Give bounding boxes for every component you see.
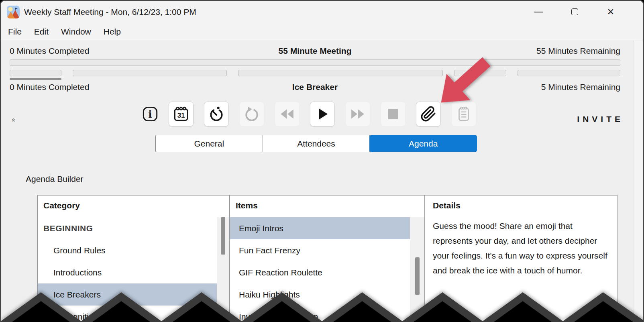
timer-button[interactable]	[204, 102, 229, 126]
agenda-segment[interactable]	[73, 70, 227, 76]
minimize-button[interactable]	[527, 1, 550, 22]
play-button[interactable]	[310, 102, 335, 126]
details-column-header: Details	[433, 201, 461, 210]
calendar-icon: 31	[173, 106, 190, 122]
window-title: Weekly Staff Meeting - Mon, 6/12/23, 1:0…	[24, 1, 196, 23]
segment-remaining-label: 5 Minutes Remaining	[541, 82, 620, 92]
category-row[interactable]: Ground Rules	[38, 239, 217, 261]
content-scroll-gutter	[634, 41, 643, 322]
agenda-segment[interactable]	[238, 70, 443, 76]
overall-progress-bar	[10, 59, 620, 66]
agenda-builder-title: Agenda Builder	[26, 174, 84, 184]
rewind-icon	[279, 107, 295, 121]
tab-agenda[interactable]: Agenda	[369, 135, 477, 152]
play-icon	[315, 107, 330, 121]
info-button[interactable]: i	[142, 102, 158, 126]
invite-button[interactable]: INVITE	[577, 114, 624, 124]
stop-icon	[386, 107, 400, 121]
meeting-length-label: 55 Minute Meeting	[10, 46, 620, 56]
title-bar: Weekly Staff Meeting - Mon, 6/12/23, 1:0…	[1, 1, 643, 23]
agenda-segment-wrap	[10, 70, 61, 76]
item-row[interactable]: GIF Reaction Roulette	[230, 261, 410, 283]
menu-item-file[interactable]: File	[8, 27, 22, 37]
category-scrollbar-thumb[interactable]	[221, 217, 225, 255]
agenda-segment-wrap	[73, 70, 227, 76]
tab-attendees[interactable]: Attendees	[263, 135, 370, 152]
torn-edge-decoration	[1, 290, 644, 322]
overall-progress-labels: 0 Minutes Completed 55 Minute Meeting 55…	[10, 46, 620, 57]
app-icon	[6, 5, 20, 19]
item-row[interactable]: Emoji Intros	[230, 217, 410, 239]
stop-button[interactable]	[381, 102, 406, 126]
category-section-header: BEGINNING	[38, 217, 217, 239]
agenda-segment[interactable]	[10, 70, 61, 76]
category-column-header: Category	[43, 201, 80, 210]
current-segment-indicator	[10, 78, 61, 80]
overall-remaining-label: 55 Minutes Remaining	[536, 46, 620, 56]
items-scrollbar-thumb[interactable]	[415, 257, 420, 295]
collapse-chevron-icon[interactable]: «	[9, 115, 18, 125]
svg-text:i: i	[149, 109, 152, 120]
maximize-button[interactable]	[563, 1, 586, 22]
items-column-header: Items	[236, 201, 258, 210]
agenda-segment[interactable]	[518, 70, 620, 76]
rewind-button[interactable]	[275, 102, 300, 126]
info-icon: i	[142, 106, 158, 122]
agenda-segment-wrap	[518, 70, 620, 76]
close-icon: ✕	[607, 8, 614, 16]
undo-button[interactable]	[239, 102, 264, 126]
calendar-button[interactable]: 31	[169, 102, 194, 126]
segment-progress-labels: 0 Minutes Completed Ice Breaker 5 Minute…	[10, 82, 620, 94]
minimize-icon	[534, 12, 543, 12]
undo-icon	[243, 106, 260, 122]
menu-item-help[interactable]: Help	[104, 27, 121, 37]
agenda-segment-wrap	[238, 70, 443, 76]
agenda-segment-bar	[10, 70, 620, 76]
fast-forward-icon	[350, 107, 365, 121]
fast-forward-button[interactable]	[345, 102, 370, 126]
paperclip-button[interactable]	[416, 102, 441, 126]
item-row[interactable]: Fun Fact Frenzy	[230, 239, 410, 261]
menu-item-edit[interactable]: Edit	[34, 27, 49, 37]
menu-item-window[interactable]: Window	[61, 27, 91, 37]
maximize-icon	[571, 8, 578, 15]
tab-bar: GeneralAttendeesAgenda	[155, 135, 477, 152]
toolbar: i 31	[142, 102, 476, 126]
category-row[interactable]: Introductions	[38, 261, 217, 283]
current-agenda-item-label: Ice Breaker	[10, 82, 620, 92]
paperclip-icon	[420, 106, 436, 122]
menu-bar: FileEditWindowHelp	[1, 23, 643, 40]
close-button[interactable]: ✕	[599, 1, 622, 22]
details-text: Guess the mood! Share an emoji that repr…	[433, 218, 608, 278]
tab-general[interactable]: General	[155, 135, 263, 152]
timer-icon	[208, 106, 225, 122]
svg-text:31: 31	[177, 112, 185, 119]
app-window: Weekly Staff Meeting - Mon, 6/12/23, 1:0…	[0, 0, 644, 322]
